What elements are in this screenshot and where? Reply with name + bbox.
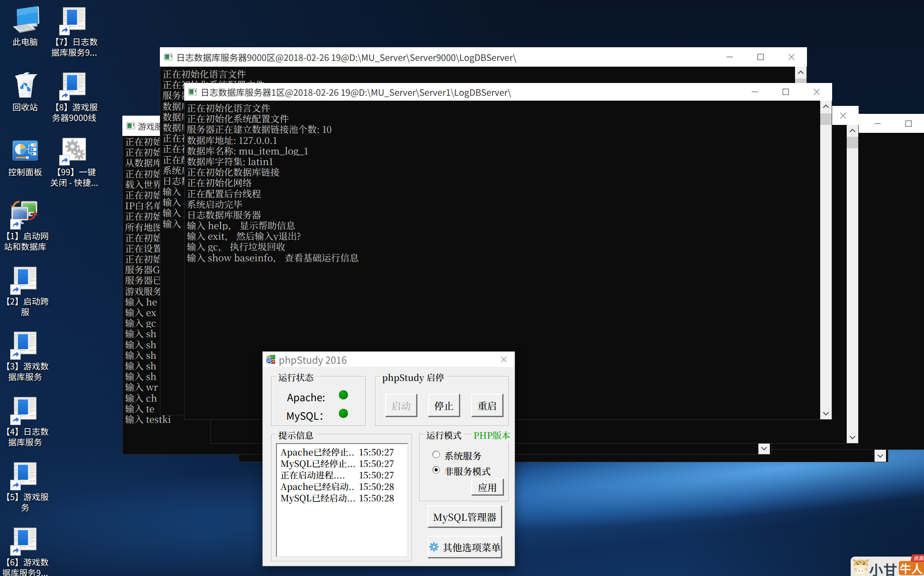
- console-line: 正在初始化语言文件: [187, 102, 818, 113]
- log-listbox[interactable]: Apache已经停止..15:50:27 MySQL已经停止...15:50:2…: [276, 443, 408, 557]
- scroll-down-arrow[interactable]: [875, 450, 886, 462]
- phpstudy-app-icon: [266, 354, 276, 364]
- console-app-icon: [164, 53, 173, 61]
- chevron-up-icon: [820, 101, 832, 112]
- label-line: 据库服务: [0, 437, 51, 447]
- desktop-icon-label: 【3】游戏数据库服务: [0, 361, 51, 382]
- desktop-icon-one-key-close[interactable]: 【99】一键关闭 - 快捷...: [48, 136, 100, 188]
- label-line: 此电脑: [0, 36, 51, 47]
- scroll-up-arrow[interactable]: [820, 101, 832, 112]
- close-icon: [813, 88, 821, 96]
- desktop-icon-recycle-bin[interactable]: 回收站: [0, 71, 51, 112]
- apply-button[interactable]: 应用: [471, 478, 504, 495]
- app-window-icon: [10, 395, 40, 425]
- desktop-icon-label: 【5】游戏服务: [0, 491, 51, 512]
- log-time: 15:50:28: [359, 491, 394, 504]
- app-window-icon: [10, 330, 40, 360]
- close-button[interactable]: [807, 83, 827, 101]
- maximize-icon: [757, 53, 765, 61]
- label-line: 【2】启动跨: [0, 296, 51, 306]
- close-button[interactable]: [496, 352, 511, 367]
- console-line: 数据库字符集: latin1: [187, 156, 818, 166]
- desktop-icon-label: 【6】游戏数据库服务9...: [0, 557, 51, 576]
- desktop-icon-label: 此电脑: [0, 36, 51, 47]
- radio-label-system-service[interactable]: 系统服务: [444, 449, 481, 462]
- log-row: 正在启动进程....15:50:27: [277, 468, 407, 480]
- desktop-icon-start-cross-server[interactable]: 【2】启动跨服: [0, 265, 51, 317]
- mysql-status-dot: [339, 409, 348, 418]
- apache-status-dot: [339, 390, 348, 399]
- console-line: 输入 exit， 然后输入y退出?: [187, 230, 818, 241]
- stop-button[interactable]: 停止: [428, 394, 460, 417]
- watermark-badge: 牛人: [899, 561, 924, 575]
- watermark-tag: 资源网: [910, 554, 924, 562]
- desktop-icon-label: 【1】启动网站和数据库: [0, 230, 51, 252]
- minimize-icon: [874, 120, 882, 128]
- mysql-status-label: MySQL：: [286, 408, 329, 423]
- desktop-icon-label: 控制面板: [0, 166, 51, 177]
- desktop-icon-log-db-9000[interactable]: 【7】日志数据库服务9...: [48, 5, 100, 57]
- console-line: 服务器正在建立数据链接池个数: 10: [187, 124, 818, 134]
- log-row: MySQL已经停止...15:50:27: [277, 457, 407, 468]
- radio-system-service[interactable]: [432, 451, 440, 458]
- desktop-icon-log-db-service[interactable]: 【4】日志数据库服务: [0, 395, 51, 447]
- dialog-title: phpStudy 2016: [279, 352, 347, 366]
- app-window-icon: [10, 526, 40, 556]
- window-titlebar[interactable]: 日志数据库服务器1区@2018-02-26 19@D:\MU_Server\Se…: [184, 83, 832, 101]
- minimize-button[interactable]: [745, 83, 765, 101]
- log-row: MySQL已经启动...15:50:28: [277, 491, 407, 503]
- scroll-up-arrow[interactable]: [847, 125, 858, 136]
- log-message: Apache已经停止..: [280, 445, 354, 458]
- label-line: 【1】启动网: [0, 230, 51, 241]
- scrollbar-thumb[interactable]: [847, 137, 858, 148]
- scroll-down-arrow[interactable]: [847, 432, 858, 443]
- scrollbar[interactable]: [820, 101, 832, 419]
- close-icon: [788, 53, 795, 61]
- desktop-icon-game-service[interactable]: 【5】游戏服务: [0, 460, 51, 512]
- minimize-icon: [726, 53, 734, 61]
- label-line: 据库服务9...: [0, 567, 51, 576]
- desktop-icon-start-web-and-db[interactable]: 【1】启动网站和数据库: [0, 200, 51, 252]
- maximize-button[interactable]: [750, 47, 771, 67]
- desktop-icon-label: 【7】日志数据库服务9...: [48, 36, 100, 57]
- window-title: 日志数据库服务器9000区@2018-02-26 19@D:\MU_Server…: [176, 51, 516, 64]
- close-icon: [839, 112, 847, 120]
- window-titlebar[interactable]: 日志数据库服务器9000区@2018-02-26 19@D:\MU_Server…: [160, 47, 807, 67]
- minimize-button[interactable]: [867, 114, 888, 133]
- apache-status-label: Apache:: [287, 389, 325, 404]
- scrollbar-thumb[interactable]: [820, 113, 832, 125]
- log-message: 正在启动进程....: [280, 468, 345, 481]
- desktop-icon-game-db-service[interactable]: 【3】游戏数据库服务: [0, 330, 51, 382]
- desktop-icon-game-server-9000[interactable]: 【8】游戏服务器9000线: [48, 71, 100, 123]
- other-options-button[interactable]: 其他选项菜单: [428, 536, 502, 558]
- console-app-icon: [126, 121, 135, 130]
- maximize-button[interactable]: [776, 83, 796, 101]
- close-button[interactable]: [781, 47, 802, 67]
- chevron-up-icon: [847, 125, 858, 136]
- group-label: 运行状态: [276, 371, 316, 384]
- scrollbar[interactable]: [847, 125, 858, 443]
- app-window-icon: [10, 460, 40, 490]
- close-button[interactable]: [833, 106, 853, 125]
- desktop-icon-control-panel[interactable]: 控制面板: [0, 136, 51, 177]
- dialog-titlebar[interactable]: phpStudy 2016: [263, 352, 515, 367]
- label-line: 务: [0, 502, 51, 512]
- console-line: 输入 help， 显示帮助信息: [187, 220, 818, 230]
- console-line: 数据库名称: mu_item_log_1: [187, 145, 818, 156]
- window-title: 日志数据库服务器1区@2018-02-26 19@D:\MU_Server\Se…: [201, 86, 511, 98]
- label-line: 【8】游戏服: [48, 102, 100, 112]
- scroll-down-arrow[interactable]: [758, 443, 770, 454]
- desktop-icon-this-pc[interactable]: 此电脑: [0, 5, 51, 47]
- mysql-manager-button[interactable]: MySQL管理器: [428, 505, 502, 527]
- scroll-up-arrow[interactable]: [795, 67, 807, 78]
- chevron-down-icon: [758, 443, 770, 454]
- start-button[interactable]: 启动: [385, 394, 417, 417]
- scroll-down-arrow[interactable]: [820, 408, 832, 419]
- maximize-icon: [905, 120, 913, 128]
- maximize-button[interactable]: [898, 114, 919, 133]
- radio-non-service-mode[interactable]: [432, 466, 440, 474]
- desktop-icon-game-db-9000[interactable]: 【6】游戏数据库服务9...: [0, 526, 51, 576]
- radio-label-non-service-mode[interactable]: 非服务模式: [444, 464, 491, 478]
- restart-button[interactable]: 重启: [471, 394, 503, 417]
- minimize-button[interactable]: [720, 47, 740, 67]
